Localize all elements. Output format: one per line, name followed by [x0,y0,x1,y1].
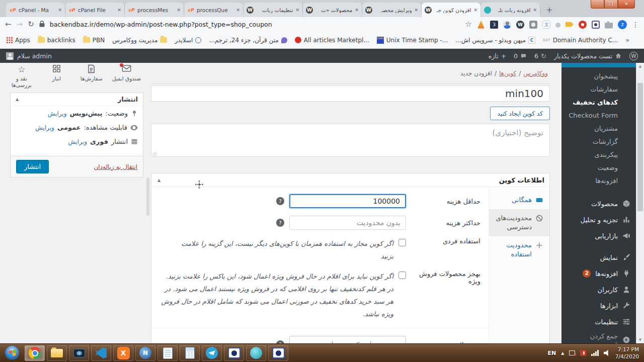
taskbar-xampp[interactable]: X [113,345,133,361]
sidebar-item-products[interactable]: محصولات [561,196,636,212]
scrollbar-thumb[interactable] [637,83,643,211]
bookmark-woocommerce-mgmt[interactable]: مدیریت ووکامرس [112,37,167,44]
start-button[interactable] [2,345,23,361]
clock[interactable]: 7:17 PM 7/4/2020 [615,346,639,360]
tab-edit-product[interactable]: W ویرایش محصـ ✕ [362,3,421,17]
bookmark-slider[interactable]: اسلایدر [175,37,201,44]
comments-indicator[interactable]: 0 [514,52,527,60]
padlock-icon[interactable] [39,20,45,29]
taskbar-telegram[interactable] [202,345,222,361]
bookmark-mihanvideo[interactable]: C میهن ویدئو - سرویس اش... [455,37,535,44]
tab-close-icon[interactable]: ✕ [177,8,181,13]
bookmark-backlinks[interactable]: backlinks [38,37,75,44]
sidebar-item-appearance[interactable]: نمایش [561,249,636,265]
hidden-icons-arrow[interactable]: ▲ [561,351,564,355]
individual-use-checkbox[interactable] [398,239,406,246]
publish-button[interactable]: انتشار [16,160,49,173]
admin-bar-user[interactable]: سلام admin [6,52,52,60]
textarea-resize-handle[interactable] [152,152,157,156]
new-tab-button[interactable]: + [543,4,555,16]
collapse-menu-button[interactable]: جمع کردن فهرست [561,332,636,343]
sidebar-item-reports[interactable]: گزارشات [561,135,636,148]
activity-orders[interactable]: سفارش‌ها [74,64,109,88]
taskbar-calculator[interactable] [180,345,200,361]
help-icon[interactable]: ? [276,219,284,227]
edit-visibility-link[interactable]: ویرایش [35,124,54,131]
minimize-button[interactable]: – [591,0,604,9]
breadcrumb-woocommerce-link[interactable]: ووکامرس [523,70,548,77]
new-content-button[interactable]: + تازه [489,52,506,60]
taskbar-explorer[interactable] [47,345,67,361]
tab-close-icon[interactable]: ✕ [295,8,299,13]
bookmark-quran[interactable]: متن قرآن, جزء 24, ترجم... [209,37,287,44]
sidebar-item-orders[interactable]: سفارشات [561,83,636,96]
taskbar-recorder[interactable] [224,345,244,361]
generate-coupon-code-button[interactable]: کد کوین ایجاد کنید [490,107,550,120]
taskbar-chrome[interactable] [25,345,45,361]
network-signal-icon[interactable] [591,350,599,356]
tab-close-icon[interactable]: ✕ [117,8,121,13]
translate-extension-icon[interactable] [542,21,550,29]
publish-box-header[interactable]: انتشار ▲ [11,93,143,106]
sidebar-item-extensions[interactable]: افزونه‌ها [561,174,636,188]
move-to-trash-link[interactable]: انتقال به زباله‌دان [94,163,137,170]
scroll-down-arrow[interactable]: ▼ [636,338,644,342]
tray-red-icon[interactable] [580,350,586,356]
inner-scrollbar-thumb[interactable] [146,177,149,216]
taskbar-media-player[interactable] [69,345,89,361]
red-circle-extension-icon[interactable] [579,21,587,29]
tab-add-coupon-active[interactable]: W افزودن کوین جـ ✕ [422,3,480,17]
sidebar-item-coupons-current[interactable]: کدهای تخفیف [561,96,636,109]
reload-icon[interactable]: ↻ [28,21,34,28]
taskbar-vscode[interactable] [91,345,111,361]
edit-status-link[interactable]: ویرایش [48,110,67,117]
puzzle-extension-icon[interactable] [605,21,613,29]
sidebar-item-dashboard[interactable]: پیشخوان [561,70,636,83]
tab-close-icon[interactable]: ✕ [473,8,477,13]
cone-extension-icon[interactable] [477,21,485,29]
language-indicator[interactable]: EN [547,350,556,356]
max-spend-input[interactable] [289,216,406,230]
disabled-extension-icon[interactable] [555,23,560,28]
collapse-toggle-icon[interactable]: ▲ [16,93,19,106]
bookmark-pbn[interactable]: PBN [83,37,105,44]
sidebar-item-marketing[interactable]: بازاریابی [561,228,636,244]
recorder-extension-icon[interactable] [592,21,600,29]
action-center-flag-icon[interactable]: ✕ [569,350,575,355]
breadcrumb-coupons-link[interactable]: کوین‌ها [499,70,516,77]
sidebar-item-customers[interactable]: مشتریان [561,122,636,135]
min-spend-input[interactable] [289,194,406,208]
close-button[interactable]: ✕ [618,0,635,9]
tab-general[interactable]: همگانی [489,191,549,209]
tab-telegram-bot-plugin[interactable]: افزونه ربات تلـ ✕ [481,3,540,17]
sidebar-item-status[interactable]: وضعیت [561,161,636,174]
profile-avatar[interactable]: z [618,20,627,29]
tab-close-icon[interactable]: ✕ [533,8,537,13]
taskbar-recorder-2[interactable] [268,345,288,361]
back-icon[interactable]: ← [5,21,12,28]
url-text[interactable]: backendbaz.ir/demo/wp-admin/post-new.php… [50,21,460,28]
coupon-description-textarea[interactable] [151,124,550,157]
help-icon[interactable]: ? [276,197,284,205]
tab-bot-settings[interactable]: W تنظیمات ربات ✕ [244,3,302,17]
maximize-button[interactable]: ❐ [604,0,618,9]
sidebar-item-settings[interactable]: تنظیمات [561,314,636,330]
exclude-sale-items-checkbox[interactable] [398,272,406,279]
tab-cpanel-mail[interactable]: cP cPanel - Ma ✕ [6,3,65,17]
tab-process-queue[interactable]: cP processQue ✕ [184,3,243,17]
activity-stock[interactable]: انبار [39,64,74,88]
tab-close-icon[interactable]: ✕ [236,8,240,13]
wordpress-extension-icon[interactable]: W [516,21,524,29]
activity-reviews[interactable]: ☆ نقد و بررسی‌ها [4,64,39,88]
browser-menu-icon[interactable]: ⋮ [632,21,639,29]
person-extension-icon[interactable] [503,21,511,29]
bookmark-star-icon[interactable]: ☆ [465,21,472,28]
tab-products[interactable]: W محصولات «ت ✕ [303,3,362,17]
sidebar-item-plugins[interactable]: افزونه‌ها 2 [561,265,636,282]
products-search-input[interactable] [289,336,406,343]
tab-cpanel-file[interactable]: cP cPanel File ✕ [65,3,124,17]
tag-extension-icon[interactable] [566,21,574,29]
tab-usage-restriction[interactable]: محدودیت‌های دسترسی [489,209,549,236]
sidebar-item-checkout-form[interactable]: Checkout Form [561,109,636,122]
tab-process-message[interactable]: cP processMes ✕ [125,3,184,17]
